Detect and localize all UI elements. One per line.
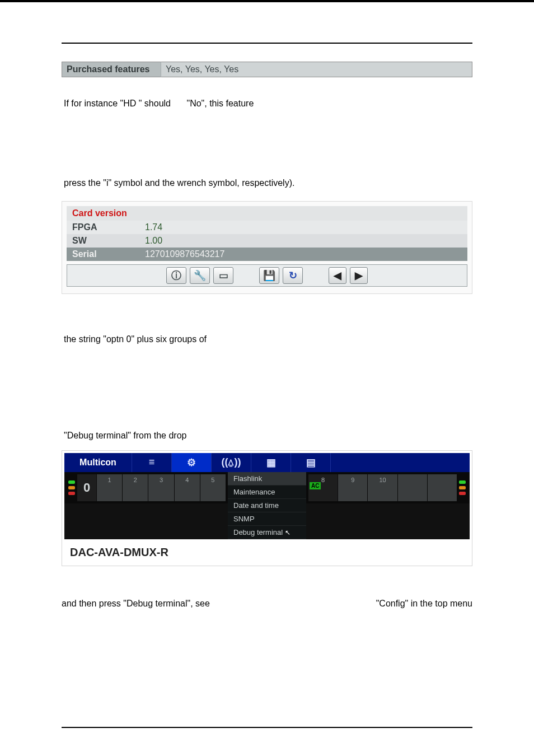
slot-2[interactable]: 2 (123, 474, 148, 501)
slot-5[interactable]: 5 (200, 474, 226, 501)
menu-snmp[interactable]: SNMP (228, 512, 306, 526)
hamburger-icon[interactable]: ≡ (132, 453, 172, 472)
card-version-table: Card version FPGA 1.74 SW 1.00 Serial 12… (67, 206, 467, 261)
menu-datetime[interactable]: Date and time (228, 499, 306, 512)
grid-icon[interactable]: ▦ (251, 453, 291, 472)
config-menu-text: "Config" in the top menu (376, 598, 472, 610)
ac-badge: AC (310, 482, 321, 489)
cursor-icon: ↖ (285, 529, 291, 536)
led-orange-icon (68, 486, 75, 489)
sw-val: 1.00 (139, 234, 467, 248)
slot-blank-b (428, 474, 457, 501)
fpga-val: 1.74 (139, 221, 467, 234)
purchased-features-value: Yes, Yes, Yes, Yes (161, 62, 472, 77)
press-debug-text: and then press "Debug terminal", see (62, 598, 210, 610)
card-version-panel: Card version FPGA 1.74 SW 1.00 Serial 12… (62, 201, 472, 294)
serial-key: Serial (67, 248, 139, 261)
slot-blank-a (398, 474, 427, 501)
card-version-header: Card version (67, 206, 467, 221)
led-column-left (67, 480, 77, 495)
hd-line: If for instance "HD " should "No", this … (64, 97, 472, 110)
purchased-features-label: Purchased features (62, 62, 161, 77)
top-rule (62, 43, 472, 44)
device-label: DAC-AVA-DMUX-R (64, 539, 470, 561)
press-i-line: press the "i" symbol and the wrench symb… (64, 177, 472, 189)
led-green-icon (459, 480, 466, 484)
card-toolbar: ⓘ 🔧 ▭ 💾 ↻ ◀ ▶ (67, 264, 467, 287)
multicon-body: 0 1 2 3 4 5 Flashlink Maintenance Date a… (64, 472, 470, 539)
arrow-right-icon[interactable]: ▶ (350, 267, 368, 284)
multicon-title-tab[interactable]: Multicon (64, 453, 132, 472)
fpga-key: FPGA (67, 221, 139, 234)
hd-line-b: "No", this feature (186, 97, 254, 110)
menu-maintenance[interactable]: Maintenance (228, 486, 306, 499)
led-orange-icon (459, 486, 466, 489)
sw-key: SW (67, 234, 139, 248)
slot-1[interactable]: 1 (97, 474, 122, 501)
slot-4[interactable]: 4 (175, 474, 200, 501)
slot-10[interactable]: 10 (368, 474, 397, 501)
debug-drop-line: "Debug terminal" from the drop (64, 430, 472, 442)
antenna-icon[interactable]: ((⍙)) (212, 453, 251, 472)
reload-icon[interactable]: ↻ (283, 267, 303, 284)
config-note-line: and then press "Debug terminal", see "Co… (62, 598, 472, 610)
multicon-topbar: Multicon ≡ ⚙ ((⍙)) ▦ ▤ (64, 453, 470, 472)
bottom-rule (62, 727, 472, 728)
menu-debug-label: Debug terminal (233, 528, 283, 536)
slot-0[interactable]: 0 (77, 474, 96, 501)
menu-flashlink[interactable]: Flashlink (228, 472, 306, 486)
menu-debug-terminal[interactable]: Debug terminal ↖ (228, 526, 306, 539)
led-green-icon (68, 480, 75, 484)
wrench-icon[interactable]: 🔧 (190, 267, 210, 284)
rack-right: AC 8 9 10 (306, 472, 470, 503)
display-icon[interactable]: ▭ (213, 267, 233, 284)
purchased-features-table: Purchased features Yes, Yes, Yes, Yes (62, 62, 472, 77)
led-red-icon (459, 492, 466, 495)
config-dropdown: Flashlink Maintenance Date and time SNMP… (228, 472, 306, 539)
rack-left: 0 1 2 3 4 5 (64, 472, 228, 503)
led-column-right (457, 480, 467, 495)
arrow-left-icon[interactable]: ◀ (329, 267, 346, 284)
optn-line: the string "optn 0" plus six groups of (64, 333, 472, 346)
info-icon[interactable]: ⓘ (166, 267, 186, 284)
led-red-icon (68, 492, 75, 495)
slot-3[interactable]: 3 (148, 474, 174, 501)
doc-icon[interactable]: ▤ (291, 453, 331, 472)
slot-9[interactable]: 9 (338, 474, 367, 501)
hd-line-a: If for instance "HD " should (64, 97, 171, 110)
serial-val: 1270109876543217 (139, 248, 467, 261)
config-icon[interactable]: ⚙ (172, 453, 212, 472)
save-icon[interactable]: 💾 (259, 267, 279, 284)
multicon-screenshot: Multicon ≡ ⚙ ((⍙)) ▦ ▤ 0 1 2 3 4 5 (62, 450, 472, 566)
